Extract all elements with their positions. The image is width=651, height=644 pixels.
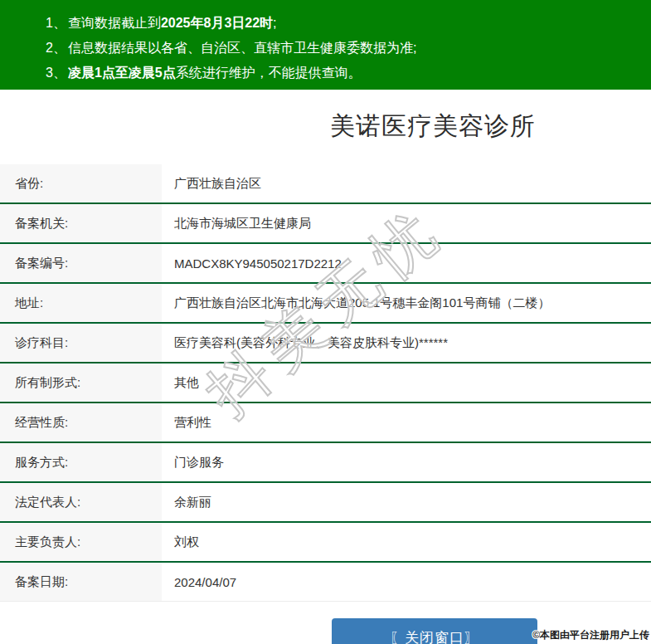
field-value: 门诊服务 — [162, 443, 651, 481]
field-value: 北海市海城区卫生健康局 — [162, 204, 651, 242]
field-label: 服务方式: — [0, 443, 162, 481]
clinic-info-table: 省份:广西壮族自治区备案机关:北海市海城区卫生健康局备案编号:MADCX8KY9… — [0, 164, 651, 602]
notice-item-text: 凌晨1点至凌晨5点 — [68, 66, 176, 80]
notice-item: 2、信息数据结果以各省、自治区、直辖市卫生健康委数据为准; — [46, 36, 651, 61]
upload-credit-text: ©本图由平台注册用户上传 — [532, 628, 649, 642]
notice-item-number: 1、 — [46, 16, 66, 30]
field-label: 经营性质: — [0, 403, 162, 442]
field-value: 广西壮族自治区北海市北海大道205-1号穗丰金阁101号商铺（二楼） — [162, 284, 651, 322]
notice-list: 1、查询数据截止到2025年8月3日22时;2、信息数据结果以各省、自治区、直辖… — [0, 0, 651, 85]
table-row: 备案机关:北海市海城区卫生健康局 — [0, 204, 651, 244]
table-row: 省份:广西壮族自治区 — [0, 164, 651, 204]
clinic-title: 美诺医疗美容诊所 — [330, 110, 536, 144]
field-label: 省份: — [0, 164, 162, 202]
field-value: 医疗美容科(美容外科专业、美容皮肤科专业)****** — [162, 324, 651, 362]
notice-item: 1、查询数据截止到2025年8月3日22时; — [46, 11, 651, 36]
table-row: 所有制形式:其他 — [0, 363, 651, 403]
notice-item-number: 3、 — [46, 66, 66, 80]
field-label: 主要负责人: — [0, 523, 162, 561]
notice-item-text: 系统进行维护，不能提供查询。 — [176, 66, 362, 80]
notice-item: 3、凌晨1点至凌晨5点系统进行维护，不能提供查询。 — [46, 61, 651, 85]
table-row: 地址:广西壮族自治区北海市北海大道205-1号穗丰金阁101号商铺（二楼） — [0, 284, 651, 324]
field-label: 诊疗科目: — [0, 324, 162, 362]
field-label: 备案日期: — [0, 563, 162, 601]
notice-item-number: 2、 — [46, 41, 66, 55]
field-label: 备案机关: — [0, 204, 162, 242]
table-row: 主要负责人:刘权 — [0, 523, 651, 563]
field-label: 法定代表人: — [0, 483, 162, 521]
field-value: 其他 — [162, 363, 651, 402]
field-value: 刘权 — [162, 523, 651, 561]
field-value: 2024/04/07 — [162, 563, 651, 601]
notice-item-text: 2025年8月3日22时 — [161, 16, 273, 30]
table-row: 服务方式:门诊服务 — [0, 443, 651, 483]
notice-item-text: ; — [273, 16, 276, 30]
field-value: 广西壮族自治区 — [162, 164, 651, 202]
field-value: MADCX8KY945050217D2212 — [162, 244, 651, 282]
field-label: 地址: — [0, 284, 162, 322]
notice-item-text: 信息数据结果以各省、自治区、直辖市卫生健康委数据为准; — [68, 41, 416, 55]
table-row: 备案日期:2024/04/07 — [0, 563, 651, 602]
close-window-button[interactable]: 〖关闭窗口〗 — [332, 618, 537, 644]
notice-item-text: 查询数据截止到 — [68, 16, 161, 30]
table-row: 法定代表人:余新丽 — [0, 483, 651, 523]
field-label: 所有制形式: — [0, 363, 162, 402]
clinic-record-page: 1、查询数据截止到2025年8月3日22时;2、信息数据结果以各省、自治区、直辖… — [0, 0, 651, 644]
table-row: 诊疗科目:医疗美容科(美容外科专业、美容皮肤科专业)****** — [0, 324, 651, 363]
field-label: 备案编号: — [0, 244, 162, 282]
table-row: 备案编号:MADCX8KY945050217D2212 — [0, 244, 651, 284]
field-value: 营利性 — [162, 403, 651, 442]
field-value: 余新丽 — [162, 483, 651, 521]
table-row: 经营性质:营利性 — [0, 403, 651, 443]
notice-bar: 1、查询数据截止到2025年8月3日22时;2、信息数据结果以各省、自治区、直辖… — [0, 0, 651, 90]
